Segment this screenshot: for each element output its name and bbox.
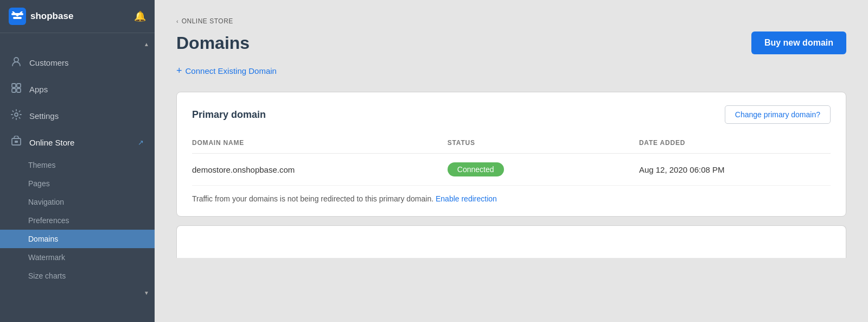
table-row: demostore.onshopbase.com Connected Aug 1…: [192, 154, 831, 186]
enable-redirection-link[interactable]: Enable redirection: [436, 194, 497, 203]
secondary-domain-card-partial: [176, 225, 846, 258]
col-header-date-added: DATE ADDED: [639, 135, 831, 154]
sidebar-header: shopbase 🔔: [0, 0, 155, 33]
plus-icon: +: [176, 65, 182, 77]
customers-icon: [11, 56, 22, 70]
main-content: ‹ ONLINE STORE Domains Buy new domain + …: [155, 0, 868, 322]
redirect-notice-text: Traffic from your domains is not being r…: [192, 194, 433, 203]
sidebar-item-online-store-label: Online Store: [29, 138, 130, 147]
status-badge: Connected: [448, 162, 504, 176]
external-link-icon: ↗: [138, 138, 144, 147]
settings-icon: [11, 109, 22, 123]
scroll-down-indicator: ▼: [144, 290, 149, 296]
sidebar-item-navigation[interactable]: Navigation: [0, 193, 155, 211]
logo-area: shopbase: [9, 8, 73, 25]
sidebar: shopbase 🔔 ▲ Customers: [0, 0, 155, 322]
status-cell: Connected: [448, 154, 639, 186]
breadcrumb-chevron-icon: ‹: [176, 18, 178, 24]
sidebar-item-watermark[interactable]: Watermark: [0, 248, 155, 267]
sidebar-item-apps-label: Apps: [29, 85, 48, 94]
connect-existing-domain-link[interactable]: + Connect Existing Domain: [176, 65, 846, 77]
logo-text: shopbase: [30, 11, 73, 22]
change-primary-domain-button[interactable]: Change primary domain?: [725, 105, 831, 124]
online-store-icon: [11, 136, 22, 149]
sidebar-item-online-store[interactable]: Online Store ↗: [0, 129, 155, 156]
table-header-row: DOMAIN NAME STATUS DATE ADDED: [192, 135, 831, 154]
primary-domain-card: Primary domain Change primary domain? DO…: [176, 92, 846, 217]
date-added-cell: Aug 12, 2020 06:08 PM: [639, 154, 831, 186]
page-header: Domains Buy new domain: [176, 31, 846, 54]
svg-rect-7: [17, 89, 21, 92]
sidebar-item-domains[interactable]: Domains: [0, 230, 155, 248]
sidebar-item-size-charts[interactable]: Size charts: [0, 267, 155, 285]
col-header-status: STATUS: [448, 135, 639, 154]
scroll-up-indicator: ▲: [144, 41, 149, 47]
apps-icon: [11, 83, 22, 96]
breadcrumb-label: ONLINE STORE: [182, 17, 233, 25]
domain-table: DOMAIN NAME STATUS DATE ADDED demostore.…: [192, 135, 831, 186]
col-header-domain-name: DOMAIN NAME: [192, 135, 448, 154]
svg-rect-1: [13, 17, 22, 19]
svg-point-3: [14, 58, 18, 62]
domain-name-cell: demostore.onshopbase.com: [192, 154, 448, 186]
svg-rect-10: [15, 141, 18, 143]
breadcrumb[interactable]: ‹ ONLINE STORE: [176, 17, 846, 25]
sidebar-item-customers[interactable]: Customers: [0, 49, 155, 76]
sidebar-item-settings-label: Settings: [29, 111, 59, 121]
sidebar-navigation: ▲ Customers Apps: [0, 33, 155, 322]
domain-card-header: Primary domain Change primary domain?: [192, 105, 831, 124]
sidebar-item-apps[interactable]: Apps: [0, 76, 155, 103]
svg-rect-4: [12, 84, 16, 87]
primary-domain-title: Primary domain: [192, 109, 266, 121]
sidebar-item-themes[interactable]: Themes: [0, 156, 155, 174]
svg-rect-6: [12, 89, 16, 92]
logo-icon: [9, 8, 26, 25]
notification-bell-icon[interactable]: 🔔: [134, 10, 146, 22]
online-store-sub-nav: Themes Pages Navigation Preferences Doma…: [0, 156, 155, 285]
sidebar-item-settings[interactable]: Settings: [0, 103, 155, 129]
svg-point-8: [15, 113, 18, 116]
redirect-notice: Traffic from your domains is not being r…: [192, 186, 831, 203]
buy-new-domain-button[interactable]: Buy new domain: [751, 31, 846, 54]
connect-domain-label: Connect Existing Domain: [186, 66, 277, 75]
svg-rect-5: [17, 84, 21, 87]
sidebar-item-customers-label: Customers: [29, 58, 69, 67]
page-title: Domains: [176, 33, 250, 53]
sidebar-item-preferences[interactable]: Preferences: [0, 211, 155, 230]
sidebar-item-pages[interactable]: Pages: [0, 174, 155, 193]
